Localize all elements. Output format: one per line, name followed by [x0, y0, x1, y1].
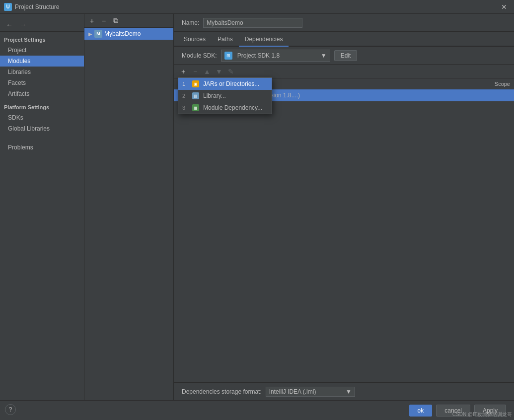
- tree-area: + − ⧉ ▶ M MybaitsDemo: [84, 14, 174, 400]
- tab-sources[interactable]: Sources: [178, 33, 212, 47]
- platform-settings-header: Platform Settings: [0, 99, 84, 112]
- sidebar-label-artifacts: Artifacts: [8, 90, 29, 97]
- dropdown-item-num-1: 1: [182, 81, 188, 87]
- storage-row: Dependencies storage format: IntelliJ ID…: [174, 382, 514, 400]
- dropdown-item-jars[interactable]: 1 ▣ JARs or Directories...: [178, 78, 272, 90]
- nav-forward-button[interactable]: →: [18, 20, 29, 30]
- content-spacer: [174, 101, 514, 382]
- sidebar-label-problems: Problems: [8, 144, 33, 151]
- watermark: CSDN @IT攻城狮培训龙哥: [452, 411, 512, 418]
- sidebar-item-problems[interactable]: Problems: [0, 142, 84, 153]
- tab-paths[interactable]: Paths: [212, 33, 239, 47]
- sidebar-item-modules[interactable]: Modules: [0, 56, 84, 67]
- project-settings-header: Project Settings: [0, 32, 84, 45]
- title-bar: U Project Structure ✕: [0, 0, 514, 14]
- sidebar: ← → Project Settings Project Modules Lib…: [0, 14, 84, 400]
- close-button[interactable]: ✕: [498, 3, 510, 11]
- tab-dependencies[interactable]: Dependencies: [239, 33, 289, 47]
- sidebar-item-libraries[interactable]: Libraries: [0, 67, 84, 77]
- module-icon: M: [94, 30, 102, 38]
- name-input[interactable]: [203, 18, 302, 28]
- sidebar-item-artifacts[interactable]: Artifacts: [0, 88, 84, 99]
- sdk-dropdown-arrow: ▼: [321, 52, 327, 59]
- deps-remove-button[interactable]: −: [190, 66, 201, 77]
- tree-item-label: MybaitsDemo: [104, 30, 141, 37]
- dropdown-label-library: Library...: [203, 92, 226, 99]
- sidebar-label-global-libraries: Global Libraries: [8, 125, 50, 132]
- sdk-icon: ⊞: [224, 52, 232, 60]
- dropdown-item-num-2: 2: [182, 93, 188, 99]
- mod-dep-icon: ▦: [192, 104, 199, 111]
- sidebar-label-facets: Facets: [8, 79, 26, 86]
- dropdown-label-jars: JARs or Directories...: [203, 80, 259, 87]
- tree-item-mybaits-demo[interactable]: ▶ M MybaitsDemo: [84, 28, 173, 40]
- deps-down-button[interactable]: ▼: [214, 66, 224, 77]
- tree-copy-button[interactable]: ⧉: [110, 15, 121, 26]
- help-button[interactable]: ?: [5, 404, 16, 415]
- dropdown-item-library[interactable]: 2 ▤ Library...: [178, 90, 272, 102]
- dropdown-label-module-dep: Module Dependency...: [203, 104, 262, 111]
- deps-add-button[interactable]: +: [178, 66, 189, 77]
- sidebar-item-facets[interactable]: Facets: [0, 77, 84, 88]
- tree-expand-arrow: ▶: [88, 31, 92, 37]
- content-area: Name: Sources Paths Dependencies Module …: [174, 14, 514, 400]
- tree-add-button[interactable]: +: [86, 15, 97, 26]
- deps-toolbar: + − ▲ ▼ ✎ 1 ▣ JARs or Directories... 2 ▤…: [174, 65, 514, 78]
- sidebar-label-sdks: SDKs: [8, 114, 23, 121]
- dropdown-item-module-dep[interactable]: 3 ▦ Module Dependency...: [178, 102, 272, 114]
- title-bar-text: Project Structure: [15, 3, 495, 10]
- sidebar-label-modules: Modules: [8, 58, 30, 65]
- deps-up-button[interactable]: ▲: [202, 66, 213, 77]
- sidebar-item-project[interactable]: Project: [0, 45, 84, 56]
- sidebar-item-global-libraries[interactable]: Global Libraries: [0, 123, 84, 134]
- storage-dropdown[interactable]: IntelliJ IDEA (.iml) ▼: [266, 387, 355, 397]
- storage-label: Dependencies storage format:: [182, 388, 262, 395]
- tree-toolbar: + − ⧉: [84, 14, 173, 28]
- deps-edit-button[interactable]: ✎: [225, 66, 236, 77]
- jar-icon: ▣: [192, 80, 199, 87]
- sdk-dropdown[interactable]: ⊞ Project SDK 1.8 ▼: [221, 50, 330, 62]
- edit-sdk-button[interactable]: Edit: [334, 50, 358, 61]
- tree-remove-button[interactable]: −: [98, 15, 109, 26]
- deps-scope-header: Scope: [495, 81, 510, 87]
- sdk-value: Project SDK 1.8: [237, 52, 280, 59]
- sidebar-label-libraries: Libraries: [8, 69, 31, 75]
- bottom-bar: ok cancel Apply: [0, 400, 514, 420]
- sidebar-item-sdks[interactable]: SDKs: [0, 112, 84, 123]
- name-label: Name:: [182, 19, 199, 26]
- name-row: Name:: [174, 14, 514, 32]
- sdk-row: Module SDK: ⊞ Project SDK 1.8 ▼ Edit: [174, 47, 514, 65]
- main-layout: ← → Project Settings Project Modules Lib…: [0, 14, 514, 400]
- sdk-label: Module SDK:: [182, 52, 217, 59]
- app-icon: U: [4, 3, 12, 11]
- tabs-row: Sources Paths Dependencies: [174, 32, 514, 47]
- dropdown-item-num-3: 3: [182, 105, 188, 111]
- storage-value: IntelliJ IDEA (.iml): [269, 388, 316, 395]
- lib-icon: ▤: [192, 92, 199, 99]
- ok-button[interactable]: ok: [409, 405, 433, 417]
- storage-dropdown-arrow: ▼: [346, 388, 352, 395]
- nav-back-button[interactable]: ←: [4, 20, 15, 30]
- sidebar-label-project: Project: [8, 47, 26, 54]
- deps-add-dropdown: 1 ▣ JARs or Directories... 2 ▤ Library..…: [178, 77, 272, 114]
